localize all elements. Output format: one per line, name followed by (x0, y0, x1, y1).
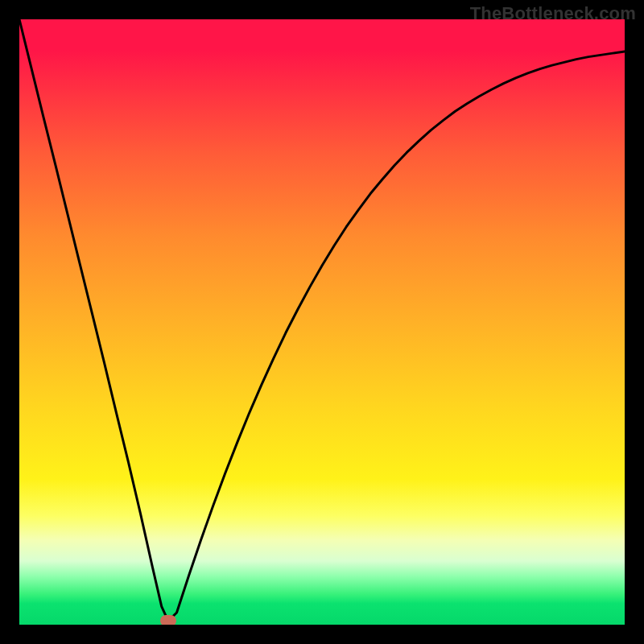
bottleneck-curve (19, 19, 625, 621)
optimum-marker (160, 615, 176, 625)
chart-frame: TheBottleneck.com (0, 0, 644, 644)
plot-area (19, 19, 625, 625)
curve-layer (19, 19, 625, 625)
watermark-text: TheBottleneck.com (470, 3, 636, 24)
